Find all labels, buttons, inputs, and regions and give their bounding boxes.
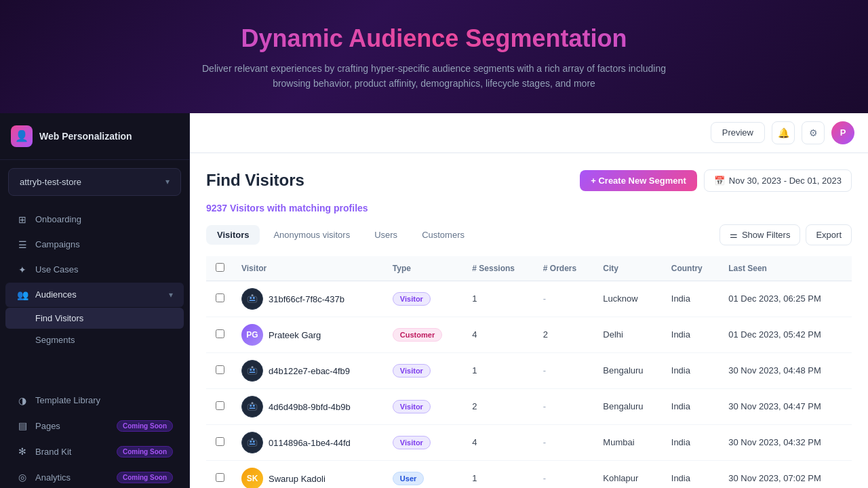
type-header: Type: [384, 256, 464, 281]
row-checkbox[interactable]: [216, 293, 224, 302]
tab-users[interactable]: Users: [363, 225, 408, 245]
segments-label: Segments: [35, 335, 75, 345]
visitor-cell: SKSwarup Kadoli: [233, 460, 384, 488]
sidebar-item-segments[interactable]: Segments: [5, 329, 184, 350]
svg-point-10: [250, 405, 252, 407]
tabs-bar: Visitors Anonymous visitors Users Custom…: [206, 224, 852, 245]
create-segment-button[interactable]: + Create New Segment: [580, 170, 697, 191]
city-cell: Bengaluru: [595, 352, 663, 388]
calendar-icon: 📅: [714, 176, 725, 186]
store-name: attryb-test-store: [20, 177, 81, 187]
country-header: Country: [663, 256, 720, 281]
hero-section: Dynamic Audience Segmentation Deliver re…: [0, 0, 868, 113]
sidebar-item-pages[interactable]: ▤ Pages Coming Soon: [5, 413, 184, 439]
svg-rect-17: [250, 443, 256, 445]
sidebar-item-campaigns[interactable]: ☰ Campaigns: [5, 232, 184, 257]
store-selector[interactable]: attryb-test-store ▾: [8, 168, 181, 196]
sidebar-item-template-library[interactable]: ◑ Template Library: [5, 388, 184, 413]
row-checkbox[interactable]: [216, 329, 224, 338]
audience-icon: 👥: [16, 289, 28, 300]
header-actions: + Create New Segment 📅 Nov 30, 2023 - De…: [580, 169, 852, 192]
sidebar-item-label: Analytics: [35, 472, 71, 483]
row-checkbox[interactable]: [216, 437, 224, 446]
top-bar: Preview 🔔 ⚙ P: [190, 113, 868, 153]
row-checkbox[interactable]: [216, 401, 224, 410]
type-cell: Visitor: [384, 388, 464, 424]
country-cell: India: [663, 460, 720, 488]
city-header: City: [595, 256, 663, 281]
sessions-cell: 1: [464, 352, 535, 388]
city-cell: Mumbai: [595, 424, 663, 460]
tab-actions: ⚌ Show Filters Export: [719, 224, 852, 245]
list-icon: ☰: [16, 239, 28, 250]
show-filters-button[interactable]: ⚌ Show Filters: [719, 224, 801, 245]
orders-cell: -: [535, 460, 595, 488]
brand-icon: 👤: [11, 125, 33, 147]
sidebar-item-onboarding[interactable]: ⊞ Onboarding: [5, 207, 184, 232]
svg-point-15: [250, 441, 252, 443]
visitor-name: 31bf66cf-7f8c-437b: [269, 293, 344, 304]
last-seen-cell: 01 Dec 2023, 05:42 PM: [720, 317, 852, 352]
visitor-avatar: [241, 288, 263, 310]
visitor-avatar: [241, 396, 263, 418]
visitors-table: Visitor Type # Sessions # Orders City Co…: [206, 256, 852, 488]
pages-icon: ▤: [16, 420, 28, 431]
gear-icon: ⚙: [809, 127, 818, 138]
sidebar-item-use-cases[interactable]: ✦ Use Cases: [5, 258, 184, 282]
type-badge: User: [393, 472, 424, 485]
row-checkbox-cell: [206, 317, 233, 352]
last-seen-header: Last Seen: [720, 256, 852, 281]
sidebar-item-brand-kit[interactable]: ✻ Brand Kit Coming Soon: [5, 439, 184, 464]
main-content: Preview 🔔 ⚙ P Find Visitors + Create New…: [190, 113, 868, 488]
settings-button[interactable]: ⚙: [802, 121, 825, 144]
sessions-cell: 4: [464, 424, 535, 460]
tab-anonymous[interactable]: Anonymous visitors: [262, 225, 361, 245]
visitors-count: 9237 Visitors with matching profiles: [206, 203, 852, 214]
row-checkbox-cell: [206, 352, 233, 388]
type-badge: Visitor: [393, 436, 431, 449]
sidebar-brand: 👤 Web Personalization: [0, 113, 189, 160]
orders-cell: -: [535, 424, 595, 460]
svg-point-0: [250, 297, 252, 299]
sidebar-item-audiences[interactable]: 👥 Audiences ▾: [5, 283, 184, 307]
visitor-avatar: PG: [241, 324, 263, 346]
sidebar-item-analytics[interactable]: ◎ Analytics Coming Soon: [5, 465, 184, 488]
export-button[interactable]: Export: [806, 224, 852, 245]
visitor-cell: d4b122e7-ebac-4fb9: [233, 352, 384, 388]
collapse-icon: ▾: [169, 290, 173, 300]
orders-cell: 2: [535, 317, 595, 352]
tab-customers[interactable]: Customers: [411, 225, 475, 245]
visitor-header: Visitor: [233, 256, 384, 281]
grid-icon: ⊞: [16, 214, 28, 225]
filter-icon: ⚌: [730, 230, 738, 240]
sidebar-item-label: Template Library: [35, 395, 100, 405]
last-seen-cell: 30 Nov 2023, 04:47 PM: [720, 388, 852, 424]
date-range-label: Nov 30, 2023 - Dec 01, 2023: [729, 176, 842, 186]
type-cell: Visitor: [384, 424, 464, 460]
pages-badge: Coming Soon: [117, 420, 173, 432]
avatar[interactable]: P: [831, 121, 854, 144]
row-checkbox[interactable]: [216, 473, 224, 482]
app-container: 👤 Web Personalization attryb-test-store …: [0, 113, 868, 488]
select-all-checkbox[interactable]: [216, 263, 224, 272]
type-badge: Customer: [393, 328, 442, 342]
orders-cell: -: [535, 388, 595, 424]
visitor-cell: PGPrateek Garg: [233, 317, 384, 352]
sessions-cell: 1: [464, 460, 535, 488]
country-cell: India: [663, 352, 720, 388]
star-icon: ✦: [16, 264, 28, 275]
tab-visitors[interactable]: Visitors: [206, 225, 260, 245]
sidebar-item-label: Onboarding: [35, 214, 81, 224]
table-row: SKSwarup KadoliUser1-KohlapurIndia30 Nov…: [206, 460, 852, 488]
analytics-badge: Coming Soon: [117, 472, 173, 483]
row-checkbox[interactable]: [216, 365, 224, 374]
table-row: 4d6d49b8-9bfd-4b9bVisitor2-BengaluruIndi…: [206, 388, 852, 424]
date-range-button[interactable]: 📅 Nov 30, 2023 - Dec 01, 2023: [704, 169, 852, 192]
sessions-header: # Sessions: [464, 256, 535, 281]
svg-point-1: [253, 297, 255, 299]
sidebar-item-find-visitors[interactable]: Find Visitors: [5, 308, 184, 329]
preview-button[interactable]: Preview: [711, 122, 765, 143]
notifications-button[interactable]: 🔔: [772, 121, 795, 144]
template-icon: ◑: [16, 395, 28, 406]
svg-rect-7: [250, 371, 256, 373]
